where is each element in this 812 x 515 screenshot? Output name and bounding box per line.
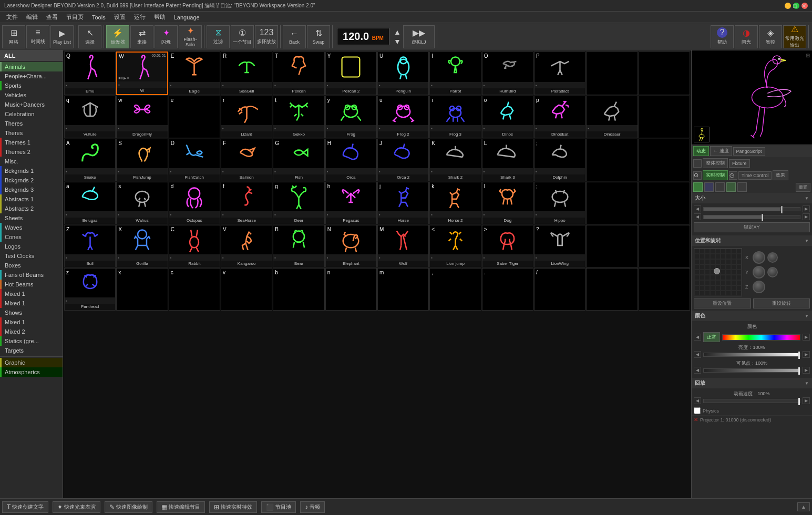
- toolbar-virtuallj-button[interactable]: ▶▶ 虚拟LJ: [403, 25, 435, 48]
- tab-animation[interactable]: 动态: [693, 146, 709, 156]
- grid-cell-5-2[interactable]: c: [169, 268, 220, 311]
- sidebar-item-graphics[interactable]: Graphic: [0, 358, 63, 367]
- footer-cue-pool-button[interactable]: ⬛ 节目池: [261, 501, 296, 513]
- bpm-down-button[interactable]: ▼: [394, 37, 401, 46]
- toolbar-filter-button[interactable]: ⧖ 过滤: [207, 25, 230, 48]
- color-mode-button[interactable]: 正常: [703, 332, 720, 342]
- grid-cell-2-6[interactable]: J ▪ Orca 2: [377, 139, 429, 181]
- reset-rotation-button[interactable]: 重设旋转: [753, 298, 810, 308]
- reset-position-button[interactable]: 重设位置: [694, 298, 751, 308]
- grid-cell-4-11[interactable]: [639, 225, 690, 267]
- sidebar-item-animals[interactable]: Animals: [0, 62, 63, 71]
- menu-settings[interactable]: 设置: [110, 12, 130, 22]
- sidebar-item-atmospherics[interactable]: Atmospherics: [0, 367, 63, 377]
- sidebar-item-bckgrnds3[interactable]: Bckgrnds 3: [0, 185, 63, 194]
- toolbar-multi-button[interactable]: 123 多怀故放: [255, 25, 278, 48]
- toolbar-start-button[interactable]: ⚡ 始发器: [106, 25, 129, 48]
- grid-cell-4-5[interactable]: N ▪ Elephant: [325, 225, 377, 267]
- grid-cell-3-11[interactable]: [639, 182, 690, 224]
- toolbar-back-button[interactable]: ← Back: [283, 25, 306, 48]
- sidebar-item-music[interactable]: Music+Dancers: [0, 100, 63, 109]
- brightness-prev-btn[interactable]: ◀: [694, 351, 701, 358]
- view-btn-4[interactable]: [726, 182, 736, 192]
- sidebar-item-shows[interactable]: Shows: [0, 308, 63, 317]
- footer-expand-button[interactable]: ▲: [797, 502, 810, 511]
- grid-cell-2-4[interactable]: G ▪ Fish: [273, 139, 324, 181]
- grid-cell-2-7[interactable]: K ▪ Shark 2: [429, 139, 481, 181]
- grid-cell-1-3[interactable]: r ▪ Lizard: [221, 96, 272, 138]
- color-prev-btn[interactable]: ◀: [694, 334, 701, 341]
- toolbar-flashsolo-button[interactable]: ✦ Flash-Solo: [179, 25, 202, 48]
- sidebar-item-hotbeams[interactable]: Hot Beams: [0, 280, 63, 289]
- visibility-slider[interactable]: [703, 368, 800, 373]
- size-slider-y[interactable]: [703, 215, 800, 219]
- grid-cell-0-10[interactable]: [586, 52, 638, 95]
- toolbar-onecue-button[interactable]: ① 一个节目: [231, 25, 254, 48]
- toolbar-smart-button[interactable]: ◈ 智控: [759, 25, 782, 48]
- footer-audio-button[interactable]: ♪ 音频: [300, 501, 325, 513]
- y-knob[interactable]: [753, 266, 765, 279]
- sidebar-item-themes2[interactable]: Themes 2: [0, 147, 63, 157]
- color-collapse[interactable]: ▼: [805, 314, 809, 318]
- menu-language[interactable]: Language: [170, 13, 204, 22]
- menu-cue[interactable]: 节目页: [62, 12, 88, 22]
- maximize-button[interactable]: □: [793, 3, 799, 9]
- toolbar-help-button[interactable]: ? 帮助: [711, 25, 734, 48]
- copy-icon-btn[interactable]: [693, 159, 702, 168]
- sidebar-item-theres1[interactable]: Theres: [0, 119, 63, 128]
- x-knob2[interactable]: [767, 252, 778, 263]
- grid-cell-4-0[interactable]: Z ▪ Bull: [64, 225, 116, 267]
- grid-cell-4-1[interactable]: X ▪ Gorilla: [116, 225, 168, 267]
- grid-cell-1-2[interactable]: e: [169, 96, 220, 138]
- grid-cell-3-7[interactable]: k ▪ Horse 2: [429, 182, 481, 224]
- sidebar-item-textclocks[interactable]: Text Clocks: [0, 251, 63, 261]
- grid-cell-3-9[interactable]: ; ▪ Hippo: [534, 182, 585, 224]
- size-collapse[interactable]: ▼: [805, 196, 809, 201]
- z-knob[interactable]: [753, 281, 765, 293]
- btn-effect[interactable]: 效果: [773, 170, 788, 180]
- toolbar-flash-button[interactable]: ✦ 闪烁: [155, 25, 178, 48]
- playback-prev-btn[interactable]: ◀: [694, 397, 701, 404]
- footer-quick-show-button[interactable]: ✦ 快速光束表演: [53, 501, 100, 513]
- sidebar-all[interactable]: ALL: [0, 50, 63, 61]
- grid-cell-1-5[interactable]: y ▪ Frog: [325, 96, 377, 138]
- grid-cell-2-9[interactable]: ; ▪ Dolphin: [534, 139, 585, 181]
- btn-realtime-ctrl[interactable]: 实时控制: [703, 170, 728, 180]
- menu-file[interactable]: 文件: [2, 12, 22, 22]
- sidebar-item-misc[interactable]: Misc.: [0, 157, 63, 166]
- grid-cell-2-2[interactable]: D ▪ FishCatch: [169, 139, 220, 181]
- tab-pangoscript[interactable]: PangoScript: [733, 147, 765, 156]
- sidebar-item-sheets[interactable]: Sheets: [0, 213, 63, 223]
- playback-next-btn[interactable]: ▶: [803, 397, 810, 404]
- grid-cell-5-0[interactable]: z ▪ Panthead: [64, 268, 116, 311]
- toolbar-connect-button[interactable]: ⇄ 来接: [130, 25, 153, 48]
- grid-cell-5-9[interactable]: /: [534, 268, 585, 311]
- grid-cell-5-3[interactable]: v: [221, 268, 272, 311]
- brightness-slider[interactable]: [703, 353, 800, 357]
- footer-quick-img-button[interactable]: ✎ 快速图像绘制: [105, 501, 152, 513]
- sidebar-item-abstracts1[interactable]: Abstracts 1: [0, 194, 63, 204]
- minimize-button[interactable]: ─: [785, 3, 791, 9]
- grid-cell-3-4[interactable]: g ▪ Deer: [273, 182, 324, 224]
- grid-cell-1-6[interactable]: u ▪ Frog 2: [377, 96, 429, 138]
- grid-cell-1-0[interactable]: q ▪ Vulture: [64, 96, 116, 138]
- sidebar-item-fans[interactable]: Fans of Beams: [0, 270, 63, 280]
- grid-cell-2-5[interactable]: H ▪ Orca: [325, 139, 377, 181]
- menu-edit[interactable]: 编辑: [22, 12, 42, 22]
- sidebar-item-mixed1b[interactable]: Mixed 1: [0, 298, 63, 308]
- menu-tools[interactable]: Tools: [88, 13, 110, 22]
- grid-cell-1-9[interactable]: p ▪ DinosEat: [534, 96, 585, 138]
- footer-quick-cue-button[interactable]: ▦ 快速编辑节目: [157, 501, 205, 513]
- sidebar-item-mixed1a[interactable]: Mixed 1: [0, 289, 63, 298]
- color-next-btn[interactable]: ▶: [803, 334, 810, 341]
- grid-cell-3-2[interactable]: d ▪ Octopus: [169, 182, 220, 224]
- sidebar-item-logos[interactable]: Logos: [0, 242, 63, 251]
- grid-cell-3-1[interactable]: s ▪ Walrus: [116, 182, 168, 224]
- grid-cell-4-2[interactable]: C ▪ Rabbit: [169, 225, 220, 267]
- menu-view[interactable]: 查看: [42, 12, 62, 22]
- toolbar-warning-button[interactable]: ⚠ 常用激光输出: [783, 25, 806, 48]
- grid-cell-5-1[interactable]: x: [116, 268, 168, 311]
- grid-cell-0-1[interactable]: W ■ II ▶ × 00:01 51 ▪ W: [116, 52, 168, 95]
- grid-cell-4-9[interactable]: ? ▪ LionWing: [534, 225, 585, 267]
- sidebar-item-waves[interactable]: Waves: [0, 223, 63, 232]
